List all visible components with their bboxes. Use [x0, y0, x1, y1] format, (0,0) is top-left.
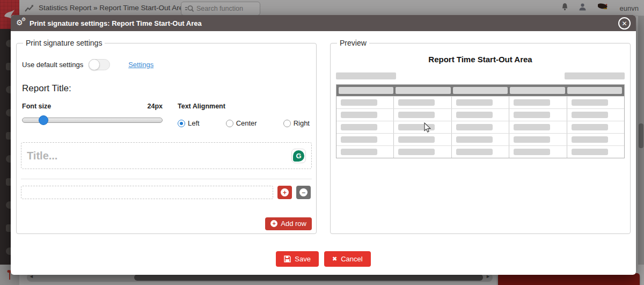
preview-row [336, 145, 624, 158]
settings-panel-legend: Print signature settings [23, 39, 105, 47]
placeholder-bar [341, 124, 377, 130]
preview-cell [394, 97, 451, 108]
preview-cell [509, 97, 567, 108]
grammarly-icon[interactable]: G [291, 149, 306, 163]
placeholder-bar [396, 87, 450, 94]
print-signature-settings-dialog: ⚙⚙ Print signature settings: Report Time… [11, 15, 636, 275]
placeholder-bar [565, 72, 625, 79]
preview-cell [452, 97, 509, 108]
placeholder-bar [514, 99, 550, 106]
preview-panel-legend: Preview [337, 39, 369, 47]
preview-report-title: Report Time Start-Out Area [335, 55, 626, 64]
minus-icon: − [299, 188, 308, 196]
title-input[interactable] [27, 150, 291, 162]
placeholder-bar [456, 124, 493, 130]
add-row-button[interactable]: + Add row [265, 217, 312, 230]
cancel-x-icon: ✖ [332, 255, 337, 262]
placeholder-bar [398, 112, 435, 118]
align-center-radio[interactable]: Center [226, 119, 257, 127]
preview-cell [452, 134, 509, 145]
radio-dot [283, 120, 291, 127]
placeholder-bar [514, 136, 550, 143]
align-left-radio[interactable]: Left [178, 119, 200, 127]
preview-cell [567, 109, 624, 121]
remove-field-button[interactable]: − [296, 186, 311, 199]
dialog-body: Print signature settings Use default set… [11, 31, 636, 275]
preview-header-cell [394, 87, 451, 94]
screen: Statistics Report » Report Time Start-Ou… [0, 0, 644, 285]
preview-cell [336, 134, 394, 145]
preview-cell [567, 146, 624, 158]
close-icon[interactable]: ✕ [618, 17, 631, 30]
placeholder-bar [572, 136, 608, 143]
preview-cell [567, 134, 624, 145]
font-size-label: Font size [22, 103, 51, 110]
dialog-title: Print signature settings: Report Time St… [30, 19, 202, 27]
use-default-settings-toggle[interactable] [89, 59, 110, 70]
placeholder-bar [398, 136, 435, 143]
preview-cell [394, 134, 451, 145]
preview-row [336, 96, 624, 108]
preview-cell [509, 109, 567, 121]
preview-cell [567, 97, 624, 108]
settings-link[interactable]: Settings [128, 61, 153, 69]
preview-row [336, 121, 624, 133]
preview-cell [394, 109, 451, 121]
slider-handle[interactable] [39, 115, 48, 125]
gears-icon: ⚙⚙ [16, 18, 26, 28]
placeholder-bar [567, 87, 622, 94]
preview-table-header-row [336, 85, 624, 96]
radio-dot [226, 120, 233, 127]
preview-cell [336, 109, 394, 121]
title-controls: Font size 24px Text Alignment Left Cente… [21, 103, 312, 127]
placeholder-bar [336, 72, 396, 79]
cancel-button[interactable]: ✖ Cancel [324, 251, 371, 267]
preview-row [336, 133, 624, 145]
preview-cell [509, 134, 567, 145]
toggle-knob [89, 59, 100, 70]
settings-panel: Print signature settings Use default set… [16, 39, 317, 234]
font-size-slider[interactable] [22, 118, 163, 123]
placeholder-bar [572, 149, 608, 155]
signature-row: + − [21, 186, 312, 199]
preview-header-cell [338, 87, 394, 94]
preview-table [336, 84, 625, 158]
placeholder-bar [398, 99, 435, 106]
save-floppy-icon [284, 255, 291, 262]
placeholder-bar [341, 136, 377, 143]
radio-dot [178, 120, 185, 127]
font-size-value: 24px [148, 103, 163, 110]
placeholder-bar [514, 124, 550, 130]
placeholder-bar [341, 149, 377, 155]
preview-header-cell [509, 87, 566, 94]
placeholder-bar [572, 99, 608, 106]
preview-cell [394, 121, 451, 133]
align-right-radio[interactable]: Right [283, 119, 310, 127]
preview-cell [336, 97, 394, 108]
alignment-radio-group: Left Center Right [178, 119, 312, 127]
preview-cell [567, 121, 624, 133]
placeholder-bar [514, 149, 550, 155]
placeholder-bar [456, 99, 493, 106]
placeholder-bar [341, 99, 377, 106]
divider [21, 179, 312, 179]
placeholder-bar [456, 149, 493, 155]
preview-cell [336, 121, 394, 133]
add-field-button[interactable]: + [277, 186, 292, 199]
preview-panel: Preview Report Time Start-Out Area [330, 39, 631, 234]
use-default-settings-row: Use default settings Settings [22, 59, 312, 70]
placeholder-bar [514, 112, 550, 118]
save-button[interactable]: Save [276, 251, 319, 267]
preview-row [336, 108, 624, 121]
mouse-cursor [424, 122, 431, 133]
preview-cell [452, 146, 509, 158]
plus-circle-icon: + [270, 220, 277, 227]
signature-row-input[interactable] [21, 186, 273, 199]
title-input-wrap: G [21, 142, 312, 169]
placeholder-bar [572, 124, 608, 130]
preview-meta-bars [336, 72, 625, 79]
preview-cell [394, 146, 451, 158]
placeholder-bar [510, 87, 565, 94]
placeholder-bar [456, 112, 493, 118]
placeholder-bar [341, 112, 377, 118]
